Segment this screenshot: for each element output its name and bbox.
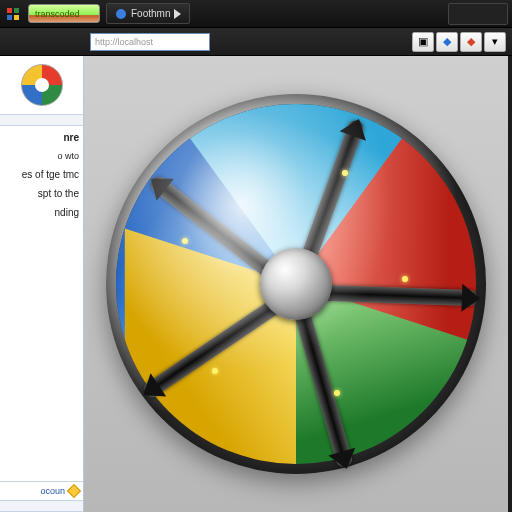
svg-rect-2 — [7, 15, 12, 20]
toolbar-button-gem-blue[interactable]: ◆ — [436, 32, 458, 52]
toolbar: http://localhost ▣ ◆ ◆ ▾ — [0, 28, 512, 56]
play-icon — [174, 9, 181, 19]
toolbar-button-dropdown[interactable]: ▾ — [484, 32, 506, 52]
sidebar-logo-area — [0, 56, 83, 114]
svg-rect-1 — [14, 8, 19, 13]
sidebar-divider — [0, 114, 83, 126]
sidebar-item[interactable]: nding — [4, 207, 79, 218]
shield-icon — [67, 484, 81, 498]
browser-logo-icon — [21, 64, 63, 106]
sidebar-heading: nre — [4, 132, 79, 143]
app-logo-icon — [4, 5, 22, 23]
svg-rect-3 — [14, 15, 19, 20]
svg-rect-0 — [7, 8, 12, 13]
sidebar-items: nre o wto es of tge tmc spt to the nding — [0, 126, 83, 224]
sidebar-bottom-label: ocoun — [40, 486, 65, 496]
tab-favicon-icon — [115, 8, 127, 20]
toolbar-button-gem-red[interactable]: ◆ — [460, 32, 482, 52]
sidebar-item[interactable]: es of tge tmc — [4, 169, 79, 180]
address-text: http://localhost — [95, 37, 153, 47]
toolbar-button-view[interactable]: ▣ — [412, 32, 434, 52]
sidebar-subheading: o wto — [4, 151, 79, 161]
sidebar-item[interactable]: spt to the — [4, 188, 79, 199]
window-titlebar: transcoded Foothmn — [0, 0, 512, 28]
tab-title: Foothmn — [131, 8, 170, 19]
titlebar-right-controls[interactable] — [448, 3, 508, 25]
sidebar-footer-divider — [0, 500, 83, 512]
sidebar: nre o wto es of tge tmc spt to the nding… — [0, 56, 84, 512]
color-wheel-graphic — [106, 94, 486, 474]
workspace: nre o wto es of tge tmc spt to the nding… — [0, 56, 512, 512]
address-bar[interactable]: http://localhost — [90, 33, 210, 51]
svg-point-4 — [116, 9, 126, 19]
sidebar-bottom-link[interactable]: ocoun — [0, 481, 83, 500]
status-pill[interactable]: transcoded — [28, 4, 100, 23]
window-tab[interactable]: Foothmn — [106, 3, 190, 24]
main-canvas — [84, 56, 512, 512]
wheel-hub-icon — [260, 248, 332, 320]
